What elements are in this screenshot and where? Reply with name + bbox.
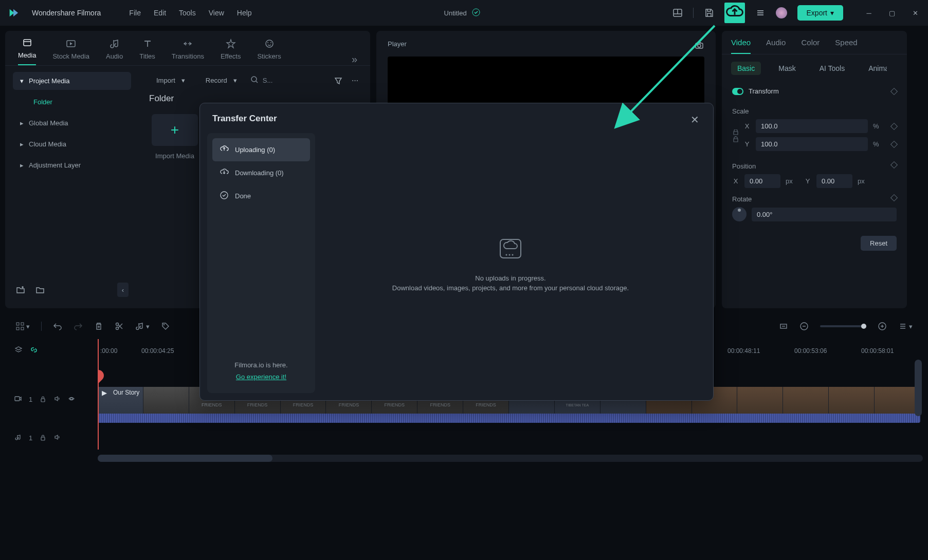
collapse-sidebar-icon[interactable]: ‹	[117, 283, 129, 297]
nav-downloading[interactable]: Downloading (0)	[212, 161, 310, 184]
props-tab-video[interactable]: Video	[731, 38, 751, 54]
more-icon[interactable]: ⋯	[350, 76, 360, 86]
tab-stickers[interactable]: Stickers	[257, 38, 281, 65]
nav-uploading[interactable]: Uploading (0)	[212, 138, 310, 161]
tab-audio[interactable]: Audio	[106, 38, 123, 65]
playhead[interactable]	[98, 339, 99, 450]
folder-icon[interactable]	[35, 285, 45, 295]
minimize-icon[interactable]: ─	[864, 8, 874, 18]
list-view-icon[interactable]: ▾	[898, 322, 913, 331]
scale-y-input[interactable]	[756, 137, 868, 151]
filter-icon[interactable]	[333, 76, 343, 86]
play-icon: ▶	[102, 389, 107, 397]
lock-icon[interactable]	[40, 396, 46, 404]
mute-icon[interactable]	[53, 434, 61, 442]
audio-tool-icon[interactable]: ▾	[135, 322, 150, 331]
menu-tools[interactable]: Tools	[179, 9, 196, 17]
sidebar-item-global-media[interactable]: ▸Global Media	[13, 114, 131, 132]
document-title-area: Untitled	[265, 8, 660, 18]
video-icon	[14, 395, 22, 404]
menu-file[interactable]: File	[129, 9, 141, 17]
close-window-icon[interactable]: ✕	[910, 8, 920, 18]
keyframe-icon[interactable]	[890, 87, 898, 95]
scrollbar-thumb[interactable]	[98, 455, 272, 462]
rotate-knob[interactable]	[732, 207, 747, 221]
hamburger-icon[interactable]	[755, 8, 766, 18]
chevron-down-icon: ▾	[181, 77, 185, 84]
close-icon[interactable]: ✕	[688, 114, 701, 126]
zoom-slider[interactable]	[820, 325, 866, 327]
subtab-mask[interactable]: Mask	[772, 62, 802, 75]
split-icon[interactable]	[115, 322, 124, 331]
fit-icon[interactable]	[779, 322, 788, 331]
subtab-basic[interactable]: Basic	[731, 62, 761, 75]
pos-y-input[interactable]	[816, 174, 852, 188]
sidebar-item-adjustment-layer[interactable]: ▸Adjustment Layer	[13, 156, 131, 174]
zoom-in-icon[interactable]	[878, 322, 887, 331]
record-dropdown[interactable]: Record▾	[198, 73, 244, 87]
tab-effects[interactable]: Effects	[221, 38, 241, 65]
redo-icon[interactable]	[74, 322, 83, 331]
transform-header[interactable]: Transform	[732, 82, 897, 100]
export-button[interactable]: Export ▾	[797, 5, 843, 21]
axis-x: X	[743, 122, 751, 130]
eye-icon[interactable]	[68, 395, 75, 404]
import-dropdown[interactable]: Import▾	[149, 73, 192, 87]
keyframe-icon[interactable]	[890, 161, 898, 169]
zoom-out-icon[interactable]	[799, 322, 809, 331]
cloud-transfer-button[interactable]	[724, 3, 745, 23]
keyframe-icon[interactable]	[890, 194, 898, 201]
svg-point-22	[116, 327, 119, 330]
reset-button[interactable]: Reset	[861, 236, 897, 251]
tab-stock-media[interactable]: Stock Media	[52, 38, 89, 65]
sidebar-item-label: Adjustment Layer	[29, 161, 81, 169]
import-tile[interactable]: + Import Media	[149, 114, 201, 160]
sidebar-item-project-media[interactable]: ▾Project Media	[13, 72, 131, 90]
subtab-ai-tools[interactable]: AI Tools	[813, 62, 851, 75]
snapshot-icon[interactable]	[694, 40, 704, 50]
sidebar-item-folder[interactable]: Folder	[13, 93, 131, 111]
experience-link[interactable]: Go experience it!	[212, 373, 310, 381]
props-tab-color[interactable]: Color	[801, 38, 820, 54]
timeline-scrollbar-horizontal[interactable]	[98, 455, 923, 462]
transform-toggle[interactable]	[732, 88, 743, 95]
undo-icon[interactable]	[53, 322, 62, 331]
tab-media[interactable]: Media	[18, 37, 36, 65]
menu-edit[interactable]: Edit	[154, 9, 166, 17]
tag-icon[interactable]	[161, 322, 170, 331]
menu-help[interactable]: Help	[237, 9, 252, 17]
video-track-header[interactable]: 1	[5, 388, 98, 411]
menu-view[interactable]: View	[209, 9, 224, 17]
layout-icon[interactable]	[672, 8, 683, 18]
maximize-icon[interactable]: ▢	[887, 8, 897, 18]
transfer-center-modal: Transfer Center ✕ Uploading (0) Download…	[199, 103, 714, 401]
mute-icon[interactable]	[53, 395, 61, 404]
audio-track-header[interactable]: 1	[5, 426, 98, 450]
new-folder-icon[interactable]	[15, 285, 26, 295]
master-track-header[interactable]	[5, 339, 98, 362]
props-tab-audio[interactable]: Audio	[766, 38, 786, 54]
lock-icon[interactable]	[732, 129, 739, 145]
rotate-input[interactable]	[752, 208, 897, 221]
grid-tool-icon[interactable]: ▾	[15, 322, 30, 331]
user-avatar[interactable]	[776, 7, 787, 18]
tab-titles[interactable]: Titles	[139, 38, 155, 65]
lock-icon[interactable]	[40, 434, 46, 442]
scale-x-input[interactable]	[756, 119, 868, 133]
search-area[interactable]: S...	[250, 76, 273, 85]
export-label: Export	[807, 9, 827, 17]
pos-x-input[interactable]	[744, 174, 780, 188]
keyframe-icon[interactable]	[890, 122, 898, 129]
timeline-scrollbar-vertical[interactable]	[915, 360, 922, 416]
props-tab-speed[interactable]: Speed	[835, 38, 858, 54]
subtab-animation[interactable]: Animation	[862, 62, 887, 75]
delete-icon[interactable]	[94, 322, 103, 331]
nav-label: Uploading (0)	[235, 146, 275, 154]
tab-transitions[interactable]: Transitions	[172, 38, 204, 65]
nav-done[interactable]: Done	[212, 184, 310, 208]
sidebar-item-cloud-media[interactable]: ▸Cloud Media	[13, 135, 131, 153]
keyframe-icon[interactable]	[890, 140, 898, 147]
expand-tabs-icon[interactable]: »	[352, 53, 357, 65]
ruler-mark: 00:00:53:06	[794, 347, 827, 354]
save-icon[interactable]	[704, 8, 714, 18]
